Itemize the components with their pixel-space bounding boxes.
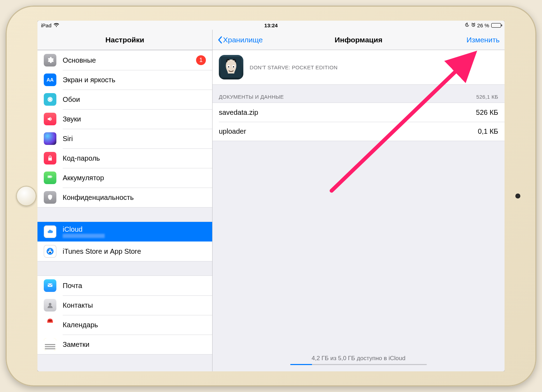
- sidebar-item-icloud[interactable]: iCloud: [37, 222, 212, 241]
- sidebar-item-siri[interactable]: Siri: [37, 129, 212, 148]
- sidebar-title: Настройки: [37, 30, 212, 50]
- svg-point-17: [233, 66, 234, 68]
- wifi-icon: [54, 22, 59, 28]
- sidebar-item-contacts[interactable]: Контакты: [37, 295, 212, 315]
- sidebar-item-notes[interactable]: Заметки: [37, 335, 212, 354]
- sidebar-item-general[interactable]: Основные 1: [37, 50, 212, 70]
- sidebar-item-label: iCloud: [63, 225, 206, 238]
- svg-rect-9: [48, 176, 51, 177]
- sidebar-group-accounts: iCloud iTunes Store и App Store: [37, 222, 212, 261]
- mail-icon: [44, 279, 56, 292]
- privacy-icon: [44, 191, 56, 204]
- icloud-icon: [44, 225, 56, 238]
- sidebar-item-label: Почта: [63, 282, 206, 289]
- front-camera: [515, 194, 520, 198]
- sidebar-item-label: Код-пароль: [63, 154, 206, 162]
- chevron-left-icon: [217, 36, 222, 44]
- app-name-label: DON'T STARVE: POCKET EDITION: [250, 64, 338, 70]
- sidebar-item-label: Обои: [63, 96, 206, 103]
- sidebar-item-display[interactable]: AA Экран и яркость: [37, 70, 212, 90]
- status-bar: iPad 13:24 26 %: [37, 21, 505, 30]
- app-icon: [219, 55, 243, 79]
- home-button[interactable]: [16, 186, 36, 206]
- sidebar-item-label: Siri: [63, 135, 206, 142]
- back-label: Хранилище: [223, 36, 263, 44]
- gear-icon: [44, 54, 56, 66]
- settings-sidebar: Настройки Основные 1 AA Экр: [37, 30, 213, 371]
- detail-header: Хранилище Информация Изменить: [213, 30, 505, 50]
- battery-icon: [491, 23, 501, 28]
- screen: iPad 13:24 26 % Настройки: [37, 21, 505, 371]
- sidebar-item-label: Заметки: [63, 341, 206, 348]
- sidebar-item-battery[interactable]: Аккумулятор: [37, 168, 212, 188]
- storage-bar: [290, 364, 427, 365]
- back-button[interactable]: Хранилище: [217, 36, 263, 44]
- appstore-icon: [44, 245, 56, 258]
- sidebar-item-passcode[interactable]: Код-пароль: [37, 148, 212, 168]
- svg-point-12: [49, 303, 51, 306]
- notification-badge: 1: [196, 55, 206, 65]
- file-size: 0,1 КБ: [478, 127, 498, 135]
- sidebar-group-device: Основные 1 AA Экран и яркость Обои: [37, 50, 212, 208]
- battery-settings-icon: [44, 172, 56, 184]
- sidebar-item-label: Аккумулятор: [63, 174, 206, 182]
- section-header-documents: ДОКУМЕНТЫ И ДАННЫЕ 526,1 КБ: [213, 85, 505, 103]
- sidebar-item-label: iTunes Store и App Store: [63, 247, 206, 255]
- sidebar-item-wallpaper[interactable]: Обои: [37, 90, 212, 109]
- sidebar-item-label: Экран и яркость: [63, 76, 206, 84]
- sounds-icon: [44, 113, 56, 125]
- storage-footer: 4,2 ГБ из 5,0 ГБ доступно в iCloud: [213, 355, 505, 365]
- detail-pane: Хранилище Информация Изменить: [213, 30, 505, 371]
- svg-rect-11: [48, 284, 52, 287]
- sidebar-group-apps: Почта Контакты: [37, 275, 212, 355]
- storage-footer-label: 4,2 ГБ из 5,0 ГБ доступно в iCloud: [312, 355, 405, 362]
- sidebar-item-label: Календарь: [63, 321, 206, 329]
- calendar-icon: [44, 318, 56, 331]
- sidebar-item-label: Контакты: [63, 301, 206, 309]
- section-header-label: ДОКУМЕНТЫ И ДАННЫЕ: [219, 94, 284, 100]
- file-name: savedata.zip: [219, 108, 258, 117]
- display-icon: AA: [44, 74, 56, 86]
- edit-button[interactable]: Изменить: [466, 36, 500, 44]
- siri-icon: [44, 132, 56, 145]
- app-info-block: DON'T STARVE: POCKET EDITION: [213, 50, 505, 85]
- file-name: uploader: [219, 127, 246, 135]
- lock-icon: [44, 152, 56, 164]
- file-size: 526 КБ: [476, 108, 498, 117]
- battery-percent: 26 %: [477, 22, 489, 28]
- contacts-icon: [44, 299, 56, 312]
- device-label: iPad: [41, 22, 51, 28]
- svg-rect-8: [52, 176, 53, 177]
- sidebar-item-itunes[interactable]: iTunes Store и App Store: [37, 241, 212, 261]
- svg-point-16: [228, 66, 229, 68]
- file-row[interactable]: uploader 0,1 КБ: [213, 122, 505, 141]
- file-list: savedata.zip 526 КБ uploader 0,1 КБ: [213, 103, 505, 141]
- sidebar-item-label: Звуки: [63, 115, 206, 123]
- sidebar-item-sounds[interactable]: Звуки: [37, 109, 212, 129]
- clock: 13:24: [264, 22, 278, 28]
- wallpaper-icon: [44, 93, 56, 106]
- ipad-frame: iPad 13:24 26 % Настройки: [6, 6, 536, 386]
- alarm-icon: [471, 22, 476, 28]
- sidebar-item-label: Конфиденциальность: [63, 194, 206, 201]
- sidebar-item-calendar[interactable]: Календарь: [37, 315, 212, 335]
- page-title: Информация: [335, 36, 382, 44]
- file-row[interactable]: savedata.zip 526 КБ: [213, 103, 505, 122]
- notes-icon: [44, 338, 56, 351]
- sidebar-item-mail[interactable]: Почта: [37, 276, 212, 295]
- section-header-size: 526,1 КБ: [476, 94, 498, 100]
- svg-rect-0: [467, 24, 467, 25]
- rotation-lock-icon: [465, 22, 470, 28]
- sidebar-item-label: Основные: [63, 56, 196, 64]
- sidebar-item-privacy[interactable]: Конфиденциальность: [37, 188, 212, 207]
